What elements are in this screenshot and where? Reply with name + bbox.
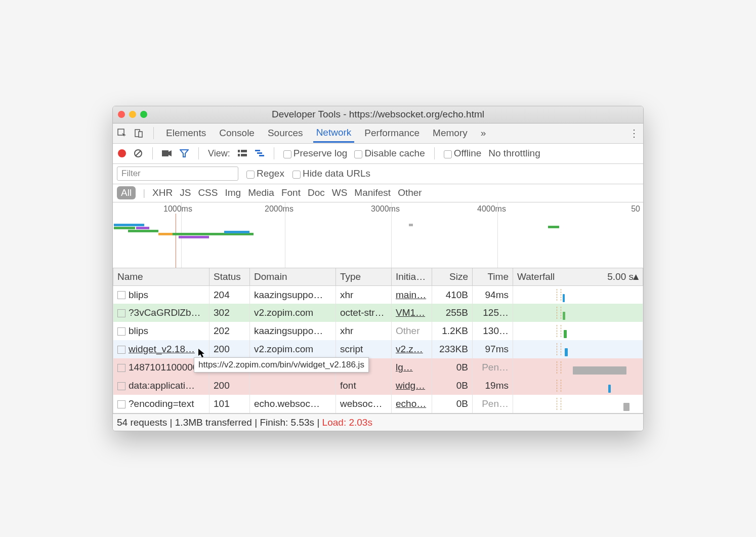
throttling-select[interactable]: No throttling xyxy=(488,148,540,159)
view-large-icon[interactable] xyxy=(237,148,247,158)
filter-js[interactable]: JS xyxy=(180,187,191,198)
offline-checkbox[interactable]: Offline xyxy=(444,148,482,159)
svg-rect-8 xyxy=(238,154,240,156)
table-row[interactable]: 14871011000000lg…0BPen… xyxy=(113,358,643,377)
filter-all[interactable]: All xyxy=(117,186,136,199)
col-name[interactable]: Name xyxy=(113,268,209,286)
table-row[interactable]: data:applicati…200fontwidg…0B19ms xyxy=(113,377,643,395)
hide-data-urls-checkbox[interactable]: Hide data URLs xyxy=(292,168,370,179)
window-controls xyxy=(118,111,147,118)
status-load: Load: 2.03s xyxy=(322,417,372,428)
tab-elements[interactable]: Elements xyxy=(163,125,209,142)
svg-rect-5 xyxy=(162,150,169,156)
filter-other[interactable]: Other xyxy=(398,187,422,198)
tab-performance[interactable]: Performance xyxy=(361,125,423,142)
svg-rect-10 xyxy=(255,150,260,151)
table-row[interactable]: blips204kaazingsuppo…xhrmain…410B94ms xyxy=(113,285,643,304)
file-icon xyxy=(117,327,125,336)
table-row[interactable]: ?3vCaGRDlZb…302v2.zopim.comoctet-str…VM1… xyxy=(113,304,643,322)
requests-table: Name Status Domain Type Initia… Size Tim… xyxy=(113,268,643,414)
tab-sources[interactable]: Sources xyxy=(265,125,306,142)
preserve-log-checkbox[interactable]: Preserve log xyxy=(283,148,348,159)
svg-rect-7 xyxy=(241,150,247,152)
devtools-tabs: Elements Console Sources Network Perform… xyxy=(113,123,643,144)
devtools-window: Developer Tools - https://websocket.org/… xyxy=(112,106,644,432)
clear-button[interactable] xyxy=(133,148,143,158)
col-status[interactable]: Status xyxy=(209,268,250,286)
filter-doc[interactable]: Doc xyxy=(308,187,325,198)
filter-css[interactable]: CSS xyxy=(198,187,218,198)
filter-row: Filter Regex Hide data URLs xyxy=(113,164,643,184)
close-window-button[interactable] xyxy=(118,111,125,118)
tab-console[interactable]: Console xyxy=(216,125,258,142)
view-waterfall-icon[interactable] xyxy=(255,148,265,158)
file-icon xyxy=(117,346,125,354)
filter-icon[interactable] xyxy=(179,148,189,158)
filter-font[interactable]: Font xyxy=(281,187,301,198)
window-title: Developer Tools - https://websocket.org/… xyxy=(113,109,643,120)
disable-cache-checkbox[interactable]: Disable cache xyxy=(354,148,425,159)
svg-rect-2 xyxy=(139,132,142,137)
col-initiator[interactable]: Initia… xyxy=(392,268,432,286)
col-domain[interactable]: Domain xyxy=(250,268,336,286)
titlebar: Developer Tools - https://websocket.org/… xyxy=(113,106,643,123)
status-requests: 54 requests xyxy=(117,417,167,428)
type-filter-row: All | XHR JS CSS Img Media Font Doc WS M… xyxy=(113,184,643,202)
svg-rect-9 xyxy=(241,154,247,156)
network-toolbar: View: Preserve log Disable cache Offline… xyxy=(113,144,643,164)
device-toolbar-icon[interactable] xyxy=(134,128,144,138)
col-waterfall[interactable]: Waterfall 5.00 s ▲ xyxy=(513,268,643,286)
filter-media[interactable]: Media xyxy=(248,187,274,198)
table-row[interactable]: widget_v2.18…200v2.zopim.comscriptv2.z…2… xyxy=(113,340,643,358)
filter-img[interactable]: Img xyxy=(225,187,241,198)
svg-rect-6 xyxy=(238,150,240,152)
settings-kebab-icon[interactable]: ⋮ xyxy=(629,127,639,139)
minimize-window-button[interactable] xyxy=(129,111,136,118)
file-icon xyxy=(117,291,125,299)
status-transferred: 1.3MB transferred xyxy=(175,417,252,428)
view-label: View: xyxy=(208,148,230,159)
inspect-element-icon[interactable] xyxy=(117,128,127,138)
separator xyxy=(153,127,154,139)
status-bar: 54 requests | 1.3MB transferred | Finish… xyxy=(113,414,643,431)
tabs-overflow[interactable]: » xyxy=(478,125,489,142)
status-finish: Finish: 5.53s xyxy=(260,417,314,428)
col-type[interactable]: Type xyxy=(336,268,392,286)
url-tooltip: https://v2.zopim.com/bin/v/widget_v2.186… xyxy=(194,357,369,373)
filter-ws[interactable]: WS xyxy=(332,187,348,198)
table-header-row: Name Status Domain Type Initia… Size Tim… xyxy=(113,268,643,286)
maximize-window-button[interactable] xyxy=(140,111,147,118)
filter-input[interactable]: Filter xyxy=(117,167,238,181)
filter-xhr[interactable]: XHR xyxy=(152,187,173,198)
file-icon xyxy=(117,382,125,390)
table-row[interactable]: blips202kaazingsuppo…xhrOther1.2KB130… xyxy=(113,322,643,340)
file-icon xyxy=(117,400,125,408)
svg-rect-12 xyxy=(259,155,264,156)
tab-memory[interactable]: Memory xyxy=(430,125,471,142)
col-time[interactable]: Time xyxy=(473,268,513,286)
col-size[interactable]: Size xyxy=(432,268,473,286)
filter-manifest[interactable]: Manifest xyxy=(354,187,391,198)
record-button[interactable] xyxy=(118,149,126,157)
file-icon xyxy=(117,309,125,317)
regex-checkbox[interactable]: Regex xyxy=(246,168,284,179)
table-row[interactable]: ?encoding=text101echo.websoc…websoc…echo… xyxy=(113,395,643,413)
svg-line-4 xyxy=(136,151,141,156)
file-icon xyxy=(117,364,125,372)
tab-network[interactable]: Network xyxy=(313,124,355,143)
cursor-icon xyxy=(198,348,206,358)
timeline-overview[interactable]: 1000ms 2000ms 3000ms 4000ms 50 xyxy=(113,202,643,268)
svg-rect-11 xyxy=(257,152,262,154)
camera-icon[interactable] xyxy=(162,148,172,158)
